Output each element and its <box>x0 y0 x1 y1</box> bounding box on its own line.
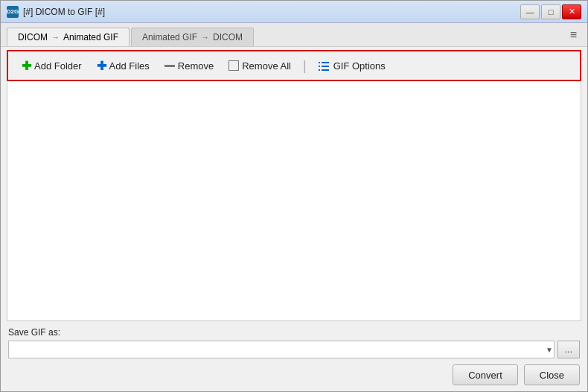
svg-rect-3 <box>319 66 320 67</box>
tab-gif-label: Animated GIF <box>63 32 118 42</box>
tab-animated-gif-label: Animated GIF <box>142 32 197 42</box>
close-button[interactable]: Close <box>524 364 580 385</box>
svg-rect-5 <box>319 69 320 71</box>
remove-all-label: Remove All <box>242 60 291 72</box>
svg-rect-4 <box>322 69 329 71</box>
remove-label: Remove <box>178 60 214 72</box>
gif-options-icon <box>319 60 330 72</box>
app-icon: D2G <box>7 6 19 18</box>
toolbar: ✚ Add Folder ✚ Add Files Remove Remove A… <box>7 50 581 81</box>
title-bar-left: D2G [#] DICOM to GIF [#] <box>7 6 105 18</box>
tab-arrow-icon: → <box>51 33 60 42</box>
tab-gif-to-dicom[interactable]: Animated GIF → DICOM <box>131 28 254 46</box>
remove-all-button[interactable]: Remove All <box>223 57 297 75</box>
tab-dicom-to-gif[interactable]: DICOM → Animated GIF <box>7 28 130 46</box>
minimize-button[interactable]: — <box>520 4 540 19</box>
remove-all-icon <box>229 60 239 71</box>
bottom-area: Save GIF as: ▼ ... Convert Close <box>1 321 587 391</box>
gif-options-button[interactable]: GIF Options <box>313 57 392 75</box>
title-bar-buttons: — □ ✕ <box>520 4 581 19</box>
toolbar-separator: | <box>303 58 307 74</box>
save-input-wrap: ▼ <box>8 341 555 358</box>
save-label: Save GIF as: <box>8 327 580 338</box>
close-window-button[interactable]: ✕ <box>562 4 581 19</box>
convert-button[interactable]: Convert <box>453 364 518 385</box>
add-files-icon: ✚ <box>97 59 106 73</box>
save-row: ▼ ... <box>8 341 580 358</box>
remove-icon <box>164 65 175 67</box>
tab-bar: DICOM → Animated GIF Animated GIF → DICO… <box>1 23 587 47</box>
main-window: D2G [#] DICOM to GIF [#] — □ ✕ DICOM → A… <box>0 0 588 392</box>
action-row: Convert Close <box>8 364 580 385</box>
svg-rect-1 <box>319 62 320 63</box>
svg-rect-0 <box>322 62 329 63</box>
add-files-label: Add Files <box>109 60 150 72</box>
remove-button[interactable]: Remove <box>159 57 220 75</box>
add-folder-icon: ✚ <box>22 59 31 73</box>
window-title: [#] DICOM to GIF [#] <box>23 7 105 17</box>
svg-rect-2 <box>322 66 329 67</box>
browse-button[interactable]: ... <box>557 341 580 358</box>
save-gif-input[interactable] <box>8 341 555 358</box>
title-bar: D2G [#] DICOM to GIF [#] — □ ✕ <box>1 1 587 23</box>
maximize-button[interactable]: □ <box>541 4 560 19</box>
gif-options-label: GIF Options <box>333 60 386 72</box>
tab-arrow2-icon: → <box>201 33 209 42</box>
tab-dicom-label: DICOM <box>18 32 48 42</box>
add-folder-label: Add Folder <box>34 60 82 72</box>
tab-dicom2-label: DICOM <box>213 32 243 42</box>
add-folder-button[interactable]: ✚ Add Folder <box>16 56 88 76</box>
add-files-button[interactable]: ✚ Add Files <box>91 56 156 76</box>
hamburger-menu-icon[interactable]: ≡ <box>566 25 581 45</box>
content-area <box>7 81 581 321</box>
tabs-container: DICOM → Animated GIF Animated GIF → DICO… <box>7 28 254 46</box>
